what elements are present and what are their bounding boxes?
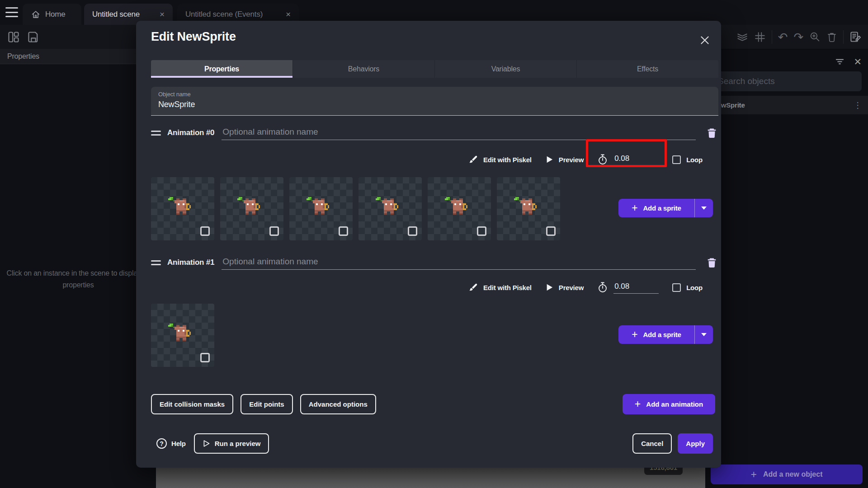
frame-select-checkbox[interactable] <box>339 226 348 236</box>
object-name-field-label: Object name <box>158 91 711 98</box>
animation-0-name-input[interactable] <box>222 126 696 140</box>
edit-sprite-dialog: Edit NewSprite Properties Behaviors Vari… <box>136 21 721 468</box>
tab-properties[interactable]: Properties <box>151 60 292 78</box>
add-a-sprite-main[interactable]: + Add a sprite <box>618 199 694 217</box>
filter-icon[interactable] <box>835 56 845 67</box>
save-icon[interactable] <box>27 31 40 43</box>
add-new-object-button[interactable]: + Add a new object <box>711 465 863 484</box>
object-name-field-value: NewSprite <box>158 100 711 109</box>
apply-button[interactable]: Apply <box>678 433 713 454</box>
add-a-sprite-main[interactable]: + Add a sprite <box>618 325 694 344</box>
edit-with-piskel-button[interactable]: Edit with Piskel <box>468 283 532 292</box>
help-button[interactable]: ? Help <box>156 438 186 449</box>
run-a-preview-label: Run a preview <box>215 440 261 447</box>
edit-collision-masks-button[interactable]: Edit collision masks <box>151 394 233 414</box>
tab-behaviors-label: Behaviors <box>348 65 379 73</box>
tab-behaviors[interactable]: Behaviors <box>292 60 434 78</box>
add-sprite-dropdown-button[interactable] <box>694 199 713 217</box>
main-menu-button[interactable] <box>5 7 18 17</box>
tab-home[interactable]: Home <box>23 4 81 25</box>
undo-icon[interactable]: ↶ <box>778 31 788 43</box>
close-dialog-icon[interactable] <box>698 33 712 47</box>
sprite-frame-thumbnail[interactable] <box>151 304 214 367</box>
loop-toggle[interactable]: Loop <box>672 155 703 164</box>
preview-button[interactable]: Preview <box>545 155 584 164</box>
edit-points-label: Edit points <box>249 400 284 408</box>
animation-1-name-input[interactable] <box>222 256 696 270</box>
help-label: Help <box>171 440 186 447</box>
grid-icon[interactable] <box>754 31 766 43</box>
loop-checkbox[interactable] <box>672 155 681 164</box>
frame-select-checkbox[interactable] <box>200 353 210 362</box>
dialog-title: Edit NewSprite <box>151 30 236 44</box>
cancel-button[interactable]: Cancel <box>632 433 672 454</box>
frame-select-checkbox[interactable] <box>546 226 556 236</box>
drag-handle-icon[interactable] <box>151 260 161 265</box>
loop-toggle[interactable]: Loop <box>672 283 703 292</box>
time-between-frames-field[interactable] <box>597 153 659 166</box>
home-icon <box>31 9 41 19</box>
panels-layout-icon[interactable] <box>7 31 20 43</box>
advanced-options-button[interactable]: Advanced options <box>300 394 376 414</box>
add-a-sprite-button[interactable]: + Add a sprite <box>618 199 713 217</box>
add-an-animation-button[interactable]: + Add an animation <box>623 394 715 414</box>
preview-button[interactable]: Preview <box>545 283 584 291</box>
plus-icon: + <box>632 203 637 213</box>
drag-handle-icon[interactable] <box>151 131 161 136</box>
delete-animation-icon[interactable] <box>705 255 718 270</box>
dialog-tab-bar: Properties Behaviors Variables Effects <box>151 60 718 78</box>
run-a-preview-button[interactable]: Run a preview <box>194 433 269 454</box>
time-between-frames-field[interactable] <box>597 281 659 294</box>
sprite-frame-thumbnail[interactable] <box>428 177 491 240</box>
properties-panel-header: Properties <box>0 49 156 64</box>
sprite-frame-thumbnail[interactable] <box>220 177 283 240</box>
tab-effects[interactable]: Effects <box>576 60 718 78</box>
time-between-frames-input[interactable] <box>613 281 659 294</box>
frame-select-checkbox[interactable] <box>477 226 486 236</box>
add-a-sprite-button[interactable]: + Add a sprite <box>618 325 713 344</box>
frame-select-checkbox[interactable] <box>269 226 279 236</box>
sprite-frame-thumbnail[interactable] <box>151 177 214 240</box>
animation-0-title: Animation #0 <box>167 128 214 137</box>
edit-with-piskel-button[interactable]: Edit with Piskel <box>468 155 532 164</box>
toolbar-left-group <box>7 25 40 49</box>
close-panel-icon[interactable]: ✕ <box>854 57 862 66</box>
help-icon: ? <box>156 438 167 449</box>
object-options-icon[interactable]: ⋮ <box>854 100 862 110</box>
pig-sprite-image <box>305 193 331 220</box>
object-name-field[interactable]: Object name NewSprite <box>151 87 718 116</box>
close-tab-icon[interactable]: × <box>286 10 291 19</box>
zoom-in-icon[interactable] <box>809 31 821 42</box>
sprite-frame-thumbnail[interactable] <box>497 177 560 240</box>
object-list-item-newsprite[interactable]: NewSprite ⋮ <box>705 96 868 114</box>
tab-untitled-scene-label: Untitled scene <box>92 10 140 19</box>
dialog-actions-row: Edit collision masks Edit points Advance… <box>151 394 376 414</box>
add-a-sprite-label: Add a sprite <box>643 204 681 212</box>
time-between-frames-input[interactable] <box>613 153 659 166</box>
frame-select-checkbox[interactable] <box>200 226 210 236</box>
edit-scene-events-icon[interactable] <box>849 31 862 43</box>
pig-sprite-image <box>166 193 193 220</box>
redo-icon[interactable]: ↷ <box>793 31 803 43</box>
add-new-object-label: Add a new object <box>763 470 823 479</box>
add-an-animation-label: Add an animation <box>646 400 703 408</box>
edit-points-button[interactable]: Edit points <box>241 394 293 414</box>
edit-with-piskel-label: Edit with Piskel <box>483 284 532 291</box>
add-sprite-dropdown-button[interactable] <box>694 325 713 344</box>
tab-variables[interactable]: Variables <box>434 60 576 78</box>
animation-1-frames <box>151 304 214 367</box>
loop-checkbox[interactable] <box>672 283 681 292</box>
layers-icon[interactable] <box>736 31 748 43</box>
tab-properties-label: Properties <box>204 65 239 73</box>
preview-label: Preview <box>559 156 584 164</box>
frame-select-checkbox[interactable] <box>408 226 417 236</box>
delete-animation-icon[interactable] <box>705 126 718 140</box>
trash-icon[interactable] <box>826 32 837 42</box>
sprite-frame-thumbnail[interactable] <box>359 177 422 240</box>
cancel-label: Cancel <box>641 440 663 447</box>
close-tab-icon[interactable]: × <box>160 10 165 19</box>
sprite-frame-thumbnail[interactable] <box>289 177 353 240</box>
tab-home-label: Home <box>45 10 66 19</box>
apply-label: Apply <box>686 440 705 447</box>
search-objects-input[interactable] <box>711 71 862 91</box>
